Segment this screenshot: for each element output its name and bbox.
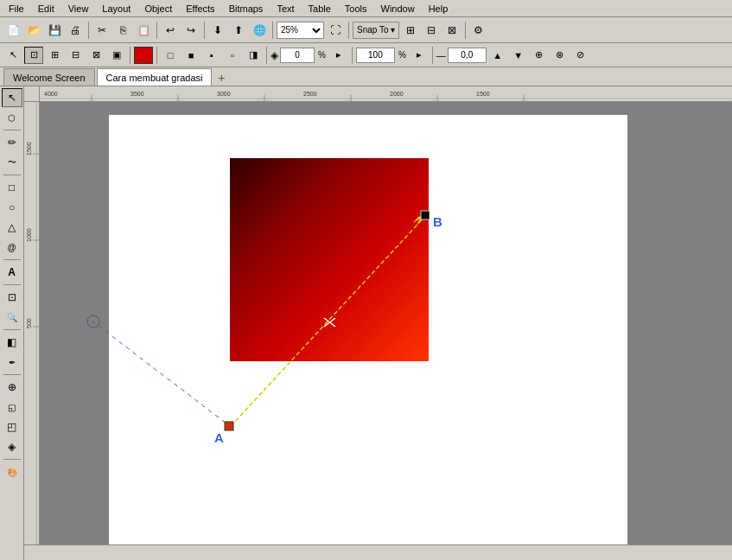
export-button[interactable]: ⬆ [229,21,248,40]
prop-btn-misc2[interactable]: ⊗ [551,47,570,64]
svg-text:1500: 1500 [26,142,32,156]
rectangle-tool[interactable]: □ [2,178,22,197]
redo-button[interactable]: ↪ [181,21,201,40]
eyedropper-tool[interactable]: ✒ [2,353,22,372]
menu-layout[interactable]: Layout [95,2,137,16]
zoom-select[interactable]: 25% [277,22,324,39]
menu-bitmaps[interactable]: Bitmaps [222,2,271,16]
new-button[interactable]: 📄 [3,21,22,40]
save-button[interactable]: 💾 [45,21,64,40]
toolbox: ↖ ⬡ ✏ 〜 □ ○ △ @ A ⊡ 🔍 ◧ ✒ ⊕ ◱ ◰ ◈ 🎨 [0,86,24,560]
menu-text[interactable]: Text [270,2,301,16]
prop-sep5 [432,47,433,64]
prop-btn9[interactable]: ▪ [202,47,221,64]
prop-btn4[interactable]: ⊟ [66,47,85,64]
snap-dropdown-icon: ▾ [391,25,395,35]
menu-edit[interactable]: Edit [31,2,61,16]
menu-table[interactable]: Table [302,2,338,16]
color-preview[interactable] [134,47,153,64]
blend-tool[interactable]: ⊕ [2,378,22,397]
select-tool[interactable]: ↖ [2,88,22,107]
tool-sep3 [3,259,21,260]
x-coord-input[interactable] [448,48,487,63]
menu-window[interactable]: Window [374,2,422,16]
svg-text:2000: 2000 [390,91,404,97]
snap-option2[interactable]: ⊟ [422,21,441,40]
canvas-viewport[interactable]: A B [40,102,732,560]
contour-tool[interactable]: ◱ [2,398,22,417]
canvas-area: 4000 3500 3000 2500 2000 1500 1500 [24,86,732,560]
prop-sep4 [352,47,353,64]
opacity-percent-label: % [316,50,328,60]
prop-btn7[interactable]: □ [161,47,180,64]
copy-button[interactable]: ⎘ [113,21,132,40]
svg-text:3000: 3000 [217,91,231,97]
prop-sep1 [130,47,130,64]
svg-text:4000: 4000 [44,91,58,97]
svg-text:1500: 1500 [476,91,490,97]
scale-input[interactable] [356,48,395,63]
prop-btn-misc3[interactable]: ⊘ [571,47,590,64]
scale-stepper[interactable]: ▸ [410,47,429,64]
prop-btn6[interactable]: ▣ [107,47,126,64]
transparency-tool[interactable]: ◈ [2,437,22,456]
sep3 [204,22,205,39]
zoom-full-button[interactable]: ⛶ [326,21,345,40]
prop-btn-misc1[interactable]: ⊕ [530,47,549,64]
open-button[interactable]: 📂 [24,21,43,40]
text-tool[interactable]: A [2,263,22,282]
crop-tool[interactable]: ⊡ [2,288,22,307]
tab-welcome[interactable]: Welcome Screen [3,68,95,86]
spiral-tool[interactable]: @ [2,238,22,257]
opacity-input[interactable] [280,48,315,63]
undo-button[interactable]: ↩ [161,21,180,40]
paste-button[interactable]: 📋 [134,21,153,40]
prop-btn1[interactable]: ↖ [3,47,22,64]
import-button[interactable]: ⬇ [208,21,227,40]
prop-sep3 [266,47,267,64]
sep1 [88,22,89,39]
menu-file[interactable]: File [2,2,31,16]
fill-tool[interactable]: ◧ [2,333,22,352]
color-tool[interactable]: 🎨 [2,462,22,481]
sep4 [272,22,273,39]
print-button[interactable]: 🖨 [66,21,85,40]
tab-gradient[interactable]: Cara membuat gradasi [97,68,213,86]
x-stepper-down[interactable]: ▼ [509,47,528,64]
menubar: File Edit View Layout Object Effects Bit… [0,0,732,17]
bezier-tool[interactable]: 〜 [2,153,22,172]
x-stepper-up[interactable]: ▲ [488,47,507,64]
menu-object[interactable]: Object [137,2,179,16]
menu-tools[interactable]: Tools [338,2,374,16]
prop-btn8[interactable]: ■ [181,47,201,64]
sep2 [156,22,157,39]
prop-btn2[interactable]: ⊡ [24,47,43,64]
svg-text:3500: 3500 [130,91,144,97]
tool-sep6 [3,374,21,375]
options-button[interactable]: ⚙ [469,21,488,40]
prop-btn11[interactable]: ◨ [244,47,263,64]
ruler-top: 4000 3500 3000 2500 2000 1500 [40,86,732,102]
shadow-tool[interactable]: ◰ [2,417,22,436]
freehand-tool[interactable]: ✏ [2,133,22,152]
prop-btn3[interactable]: ⊞ [45,47,64,64]
menu-view[interactable]: View [61,2,96,16]
snap-option1[interactable]: ⊞ [401,21,420,40]
prop-btn5[interactable]: ⊠ [86,47,105,64]
menu-effects[interactable]: Effects [179,2,221,16]
cut-button[interactable]: ✂ [92,21,111,40]
node-tool[interactable]: ⬡ [2,108,22,127]
ellipse-tool[interactable]: ○ [2,198,22,217]
publish-button[interactable]: 🌐 [250,21,269,40]
snap-option3[interactable]: ⊠ [442,21,461,40]
polygon-tool[interactable]: △ [2,218,22,237]
svg-rect-14 [24,102,40,560]
tab-add-button[interactable]: + [213,70,229,86]
opacity-stepper[interactable]: ▸ [329,47,348,64]
snap-to-button[interactable]: Snap To ▾ [353,22,399,39]
zoom-tool[interactable]: 🔍 [2,308,22,327]
menu-help[interactable]: Help [422,2,455,16]
prop-btn10[interactable]: ▫ [223,47,242,64]
svg-text:2500: 2500 [303,91,317,97]
gradient-rectangle[interactable] [230,158,429,361]
